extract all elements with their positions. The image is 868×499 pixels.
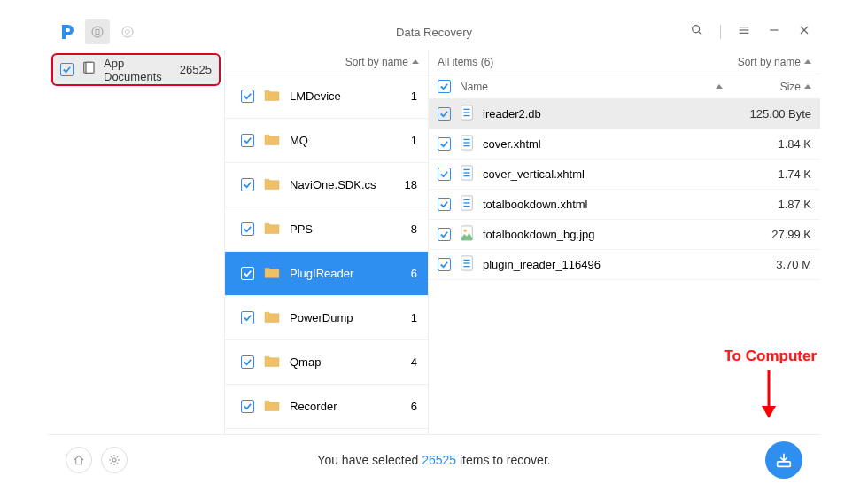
mode-document-button[interactable] [85, 19, 110, 44]
checkbox[interactable] [241, 222, 254, 236]
file-size: 1.74 K [732, 168, 811, 181]
svg-rect-1 [96, 29, 99, 34]
caret-up-icon [716, 84, 723, 89]
checkbox[interactable] [241, 355, 254, 369]
home-button[interactable] [66, 447, 92, 473]
file-name: ireader2.db [483, 107, 723, 121]
folder-icon [263, 309, 281, 327]
folder-row[interactable]: PlugIReader6 [225, 252, 428, 296]
file-row[interactable]: plugin_ireader_1164963.70 M [429, 250, 820, 280]
menu-button[interactable] [737, 23, 751, 41]
folder-name: NaviOne.SDK.cs [290, 178, 391, 191]
caret-up-icon [804, 59, 811, 64]
file-row[interactable]: ireader2.db125.00 Byte [429, 99, 820, 129]
folder-count: 6 [399, 400, 417, 413]
file-sort-label[interactable]: Sort by name [738, 56, 801, 68]
svg-rect-12 [86, 62, 94, 73]
file-row[interactable]: totalbookdown.xhtml1.87 K [429, 190, 820, 220]
file-name: plugin_ireader_116496 [483, 258, 723, 271]
category-name: App Documents [104, 57, 173, 83]
folder-icon [263, 398, 281, 416]
file-row[interactable]: totalbookdown_bg.jpg27.99 K [429, 220, 820, 250]
checkbox[interactable] [438, 137, 451, 151]
folder-count: 8 [399, 222, 417, 236]
document-icon [81, 60, 97, 80]
checkbox[interactable] [241, 90, 254, 103]
checkbox[interactable] [60, 63, 74, 76]
checkbox[interactable] [438, 258, 451, 271]
file-name: totalbookdown.xhtml [483, 198, 723, 211]
footer-status: You have selected 26525 items to recover… [317, 453, 550, 467]
folder-icon [263, 176, 281, 194]
checkbox[interactable] [241, 178, 254, 191]
folder-row[interactable]: PPS8 [225, 207, 428, 252]
checkbox[interactable] [438, 168, 451, 181]
checkbox[interactable] [241, 311, 254, 324]
file-size: 1.87 K [732, 198, 811, 211]
separator [720, 25, 721, 39]
footer: You have selected 26525 items to recover… [48, 434, 820, 484]
checkbox[interactable] [438, 198, 451, 211]
file-size: 3.70 M [732, 258, 811, 271]
file-row[interactable]: cover.xhtml1.84 K [429, 129, 820, 160]
select-all-checkbox[interactable] [438, 80, 451, 93]
svg-rect-36 [778, 461, 791, 466]
svg-point-3 [693, 26, 700, 33]
folder-count: 1 [399, 311, 417, 324]
caret-up-icon [412, 59, 419, 64]
folder-icon [263, 265, 281, 283]
svg-point-2 [122, 27, 133, 37]
folder-name: PPS [290, 222, 391, 236]
folder-icon [263, 354, 281, 371]
folder-name: LMDevice [290, 90, 391, 103]
svg-point-30 [463, 230, 467, 233]
category-count: 26525 [180, 63, 212, 76]
folder-name: MQ [290, 134, 391, 147]
checkbox[interactable] [241, 134, 254, 147]
column-size[interactable]: Size [732, 81, 811, 93]
folder-name: PowerDump [290, 311, 391, 324]
category-app-documents[interactable]: App Documents 26525 [51, 53, 221, 86]
items-count-label[interactable]: All items (6) [438, 56, 738, 68]
file-name: totalbookdown_bg.jpg [483, 228, 723, 241]
folder-row[interactable]: Recorder6 [225, 385, 428, 429]
checkbox[interactable] [241, 267, 254, 280]
search-button[interactable] [690, 23, 704, 41]
mode-chat-button[interactable] [115, 19, 140, 44]
checkbox[interactable] [241, 400, 254, 413]
folder-icon [263, 132, 281, 150]
titlebar: Data Recovery [48, 14, 820, 50]
folder-count: 1 [399, 134, 417, 147]
svg-line-4 [699, 32, 701, 35]
folder-count: 1 [399, 90, 417, 103]
sort-label: Sort by name [345, 56, 408, 68]
close-button[interactable] [797, 23, 811, 41]
folder-panel: Sort by name LMDevice1MQ1NaviOne.SDK.cs1… [224, 50, 428, 434]
window-title: Data Recovery [396, 26, 472, 39]
folder-row[interactable]: PowerDump1 [225, 296, 428, 340]
folder-name: PlugIReader [290, 267, 391, 280]
minimize-button[interactable] [767, 23, 781, 41]
folder-name: Qmap [290, 355, 391, 369]
folder-row[interactable]: MQ1 [225, 119, 428, 163]
folder-row[interactable]: LMDevice1 [225, 74, 428, 119]
folder-count: 18 [399, 178, 417, 191]
folder-row[interactable]: NaviOne.SDK.cs18 [225, 163, 428, 207]
settings-button[interactable] [101, 447, 128, 473]
folder-row[interactable]: Qmap4 [225, 340, 428, 385]
category-panel: App Documents 26525 [48, 50, 224, 434]
export-to-computer-button[interactable] [765, 441, 802, 479]
folder-icon [263, 221, 281, 238]
folder-sort-header[interactable]: Sort by name [225, 50, 428, 74]
table-header: Name Size [429, 74, 820, 99]
doc-file-icon [460, 165, 474, 183]
checkbox[interactable] [438, 228, 451, 241]
checkbox[interactable] [438, 107, 451, 121]
file-row[interactable]: cover_vertical.xhtml1.74 K [429, 160, 820, 190]
column-name[interactable]: Name [460, 81, 723, 93]
caret-up-icon [804, 84, 811, 89]
file-name: cover.xhtml [483, 137, 723, 151]
folder-count: 6 [399, 267, 417, 280]
file-name: cover_vertical.xhtml [483, 168, 723, 181]
file-size: 125.00 Byte [732, 107, 811, 121]
